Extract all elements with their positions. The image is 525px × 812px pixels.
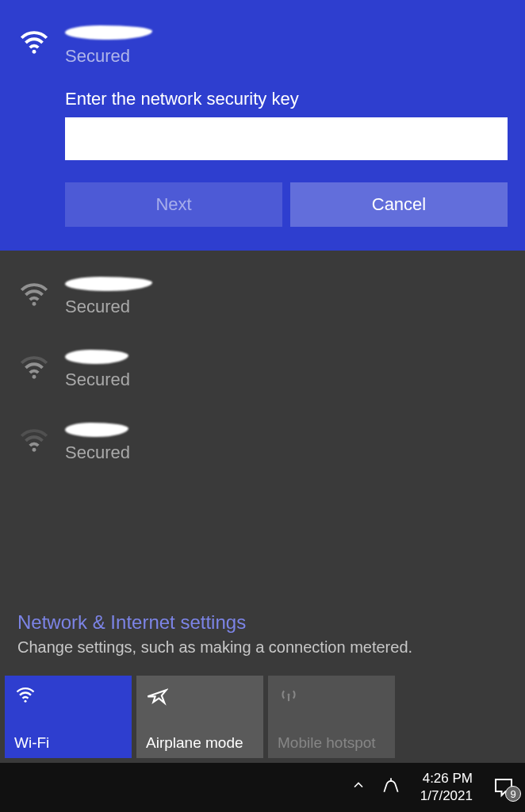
network-status: Secured	[65, 442, 508, 463]
date-text: 1/7/2021	[420, 787, 473, 805]
svg-point-3	[33, 448, 36, 452]
connect-panel: Enter the network security key Next Canc…	[65, 89, 508, 227]
wifi-icon	[14, 684, 36, 706]
security-key-input[interactable]	[65, 117, 508, 160]
pen-icon[interactable]	[381, 775, 401, 800]
notification-count-badge: 9	[505, 786, 521, 802]
network-name	[65, 24, 508, 44]
taskbar: 4:26 PM 1/7/2021 9	[0, 763, 525, 812]
tile-label: Wi-Fi	[14, 734, 122, 752]
action-center-icon[interactable]: 9	[492, 776, 519, 799]
tile-label: Mobile hotspot	[278, 734, 385, 752]
wifi-icon	[17, 25, 51, 59]
network-name	[65, 276, 508, 295]
network-header[interactable]: Secured	[17, 24, 508, 67]
quick-action-tiles: Wi-Fi Airplane mode Mobile hotspot	[0, 661, 525, 763]
network-info: Secured	[65, 24, 508, 67]
wifi-icon	[17, 423, 51, 457]
airplane-mode-tile[interactable]: Airplane mode	[136, 676, 263, 758]
settings-link-section: Network & Internet settings Change setti…	[0, 605, 525, 661]
cancel-button[interactable]: Cancel	[290, 182, 508, 227]
network-item[interactable]: Secured	[0, 406, 525, 479]
button-row: Next Cancel	[65, 182, 508, 227]
svg-point-4	[24, 700, 26, 703]
time-text: 4:26 PM	[420, 770, 473, 787]
wifi-tile[interactable]: Wi-Fi	[5, 676, 132, 758]
svg-point-5	[287, 693, 289, 695]
wifi-icon	[17, 350, 51, 384]
network-list: Secured Secured Secured	[0, 251, 525, 605]
network-name	[65, 422, 508, 441]
svg-point-1	[33, 302, 36, 306]
network-status: Secured	[65, 297, 508, 317]
network-status: Secured	[65, 370, 508, 390]
airplane-icon	[146, 684, 168, 706]
selected-network-panel: Secured Enter the network security key N…	[0, 0, 525, 251]
clock[interactable]: 4:26 PM 1/7/2021	[416, 770, 477, 805]
network-settings-link[interactable]: Network & Internet settings	[17, 611, 508, 634]
svg-point-2	[33, 375, 36, 379]
network-name	[65, 349, 508, 368]
network-item[interactable]: Secured	[0, 260, 525, 333]
tray-overflow-icon[interactable]	[351, 777, 366, 798]
network-settings-desc: Change settings, such as making a connec…	[17, 638, 508, 657]
hotspot-icon	[278, 684, 300, 706]
wifi-icon	[17, 278, 51, 311]
next-button[interactable]: Next	[65, 182, 282, 227]
tile-label: Airplane mode	[146, 734, 254, 752]
svg-point-0	[33, 50, 36, 54]
network-item[interactable]: Secured	[0, 333, 525, 406]
network-status: Secured	[65, 46, 508, 67]
security-key-prompt: Enter the network security key	[65, 89, 508, 109]
mobile-hotspot-tile[interactable]: Mobile hotspot	[268, 676, 395, 758]
